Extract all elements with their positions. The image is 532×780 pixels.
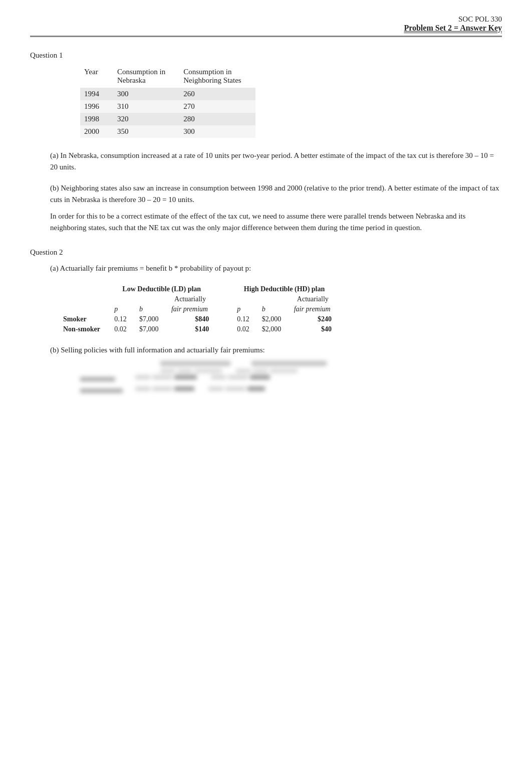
table-cell: 270 bbox=[179, 100, 255, 113]
col-fp2: fair premium bbox=[291, 304, 341, 314]
col-p1: p bbox=[111, 304, 136, 314]
table-cell: $840 bbox=[168, 314, 218, 324]
q1-answer-b: (b) Neighboring states also saw an incre… bbox=[50, 182, 502, 234]
table-cell: 0.02 bbox=[111, 324, 136, 334]
q2-answer-b-intro-text: (b) Selling policies with full informati… bbox=[50, 346, 265, 354]
q1-answer-b1-text: (b) Neighboring states also saw an incre… bbox=[50, 182, 502, 206]
col-fp1: fair premium bbox=[168, 304, 218, 314]
table-cell: $7,000 bbox=[136, 314, 168, 324]
table-cell: 260 bbox=[179, 88, 255, 100]
table-cell: 280 bbox=[179, 113, 255, 125]
q2-answer-b-intro: (b) Selling policies with full informati… bbox=[50, 344, 502, 356]
blurred-content bbox=[50, 361, 502, 395]
table-cell: 2000 bbox=[80, 125, 113, 138]
q1-answer-a-text: (a) In Nebraska, consumption increased a… bbox=[50, 150, 502, 173]
table-cell: $140 bbox=[168, 324, 218, 334]
col-neighboring: Consumption inNeighboring States bbox=[179, 66, 255, 88]
question1-table-wrapper: Year Consumption inNebraska Consumption … bbox=[80, 66, 502, 138]
page-header: SOC POL 330 Problem Set 2 = Answer Key bbox=[30, 15, 502, 37]
q1-answer-b2-text: In order for this to be a correct estima… bbox=[50, 211, 502, 234]
table-cell: $2,000 bbox=[259, 324, 291, 334]
col-b1: b bbox=[136, 304, 168, 314]
question1-label: Question 1 bbox=[30, 51, 502, 60]
row-label: Smoker bbox=[60, 314, 111, 324]
q2-answer-a-intro-text: (a) Actuarially fair premiums = benefit … bbox=[50, 263, 502, 274]
ld-actuarially-label: Actuarially bbox=[168, 294, 218, 304]
hd-plan-header: High Deductible (HD) plan bbox=[234, 283, 341, 294]
table-cell: 1996 bbox=[80, 100, 113, 113]
problem-set-title: Problem Set 2 = Answer Key bbox=[30, 24, 502, 33]
table-row: Smoker0.12$7,000$8400.12$2,000$240 bbox=[60, 314, 341, 324]
actuarial-table-wrapper: Low Deductible (LD) plan High Deductible… bbox=[60, 283, 502, 334]
q1-answer-a: (a) In Nebraska, consumption increased a… bbox=[50, 150, 502, 173]
table-cell bbox=[218, 324, 234, 334]
table-cell: 310 bbox=[113, 100, 179, 113]
table-cell: $40 bbox=[291, 324, 341, 334]
table-cell: 300 bbox=[113, 88, 179, 100]
table-cell: 320 bbox=[113, 113, 179, 125]
table-cell: $7,000 bbox=[136, 324, 168, 334]
table-cell: 1998 bbox=[80, 113, 113, 125]
table-cell: $240 bbox=[291, 314, 341, 324]
actuarial-table: Low Deductible (LD) plan High Deductible… bbox=[60, 283, 341, 334]
act-spacer-header bbox=[60, 283, 111, 294]
col-p2: p bbox=[234, 304, 259, 314]
col-nebraska: Consumption inNebraska bbox=[113, 66, 179, 88]
hd-actuarially-label: Actuarially bbox=[291, 294, 341, 304]
question2-label: Question 2 bbox=[30, 248, 502, 257]
table-cell: 0.12 bbox=[111, 314, 136, 324]
row-label: Non-smoker bbox=[60, 324, 111, 334]
ld-plan-header: Low Deductible (LD) plan bbox=[111, 283, 218, 294]
col-year: Year bbox=[80, 66, 113, 88]
col-b2: b bbox=[259, 304, 291, 314]
table-cell: 1994 bbox=[80, 88, 113, 100]
table-row: Non-smoker0.02$7,000$1400.02$2,000$40 bbox=[60, 324, 341, 334]
table-cell: 0.02 bbox=[234, 324, 259, 334]
table-cell bbox=[218, 314, 234, 324]
course-title: SOC POL 330 bbox=[30, 15, 502, 24]
consumption-table: Year Consumption inNebraska Consumption … bbox=[80, 66, 255, 138]
table-cell: 350 bbox=[113, 125, 179, 138]
q2-answer-a-intro: (a) Actuarially fair premiums = benefit … bbox=[50, 263, 502, 274]
table-cell: 0.12 bbox=[234, 314, 259, 324]
table-cell: $2,000 bbox=[259, 314, 291, 324]
table-cell: 300 bbox=[179, 125, 255, 138]
